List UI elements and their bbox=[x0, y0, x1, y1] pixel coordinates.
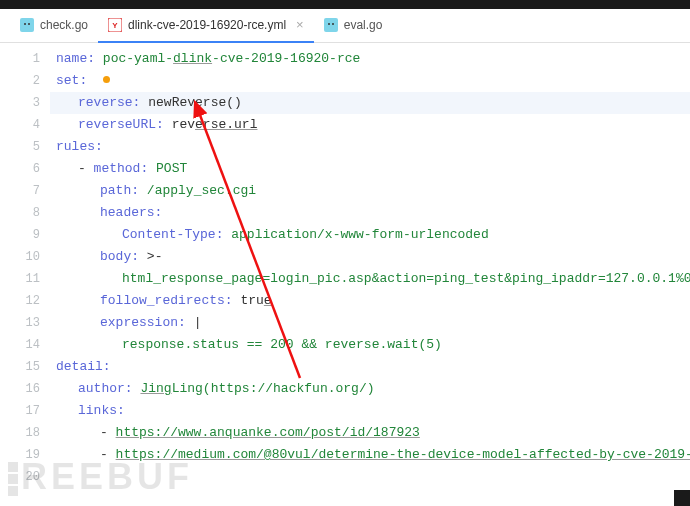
editor[interactable]: 1234567891011121314151617181920 name: po… bbox=[0, 43, 690, 506]
code-line: html_response_page=login_pic.asp&action=… bbox=[50, 268, 690, 290]
svg-point-1 bbox=[24, 23, 26, 25]
code-line: Content-Type: application/x-www-form-url… bbox=[50, 224, 690, 246]
code-line: headers: bbox=[50, 202, 690, 224]
code-line: - method: POST bbox=[50, 158, 690, 180]
svg-point-2 bbox=[28, 23, 30, 25]
code-area[interactable]: name: poc-yaml-dlink-cve-2019-16920-rce … bbox=[50, 43, 690, 506]
code-line: reverseURL: reverse.url bbox=[50, 114, 690, 136]
breakpoint-marker bbox=[103, 76, 110, 83]
code-line: path: /apply_sec.cgi bbox=[50, 180, 690, 202]
svg-rect-0 bbox=[20, 18, 34, 32]
corner-grip bbox=[674, 490, 690, 506]
code-line: expression: | bbox=[50, 312, 690, 334]
tab-label: eval.go bbox=[344, 18, 383, 32]
close-icon[interactable]: × bbox=[296, 17, 304, 32]
code-line: body: >- bbox=[50, 246, 690, 268]
svg-point-7 bbox=[332, 23, 334, 25]
code-line: - https://www.anquanke.com/post/id/18792… bbox=[50, 422, 690, 444]
code-line: name: poc-yaml-dlink-cve-2019-16920-rce bbox=[50, 48, 690, 70]
tab-label: dlink-cve-2019-16920-rce.yml bbox=[128, 18, 286, 32]
tab-eval-go[interactable]: eval.go bbox=[314, 9, 393, 43]
code-line: links: bbox=[50, 400, 690, 422]
code-line: response.status == 200 && reverse.wait(5… bbox=[50, 334, 690, 356]
code-line: follow_redirects: true bbox=[50, 290, 690, 312]
code-line: rules: bbox=[50, 136, 690, 158]
tab-label: check.go bbox=[40, 18, 88, 32]
svg-text:Y: Y bbox=[112, 21, 118, 30]
code-line: set: bbox=[50, 70, 690, 92]
svg-point-6 bbox=[328, 23, 330, 25]
tab-check-go[interactable]: check.go bbox=[10, 9, 98, 43]
svg-rect-5 bbox=[324, 18, 338, 32]
yaml-icon: Y bbox=[108, 18, 122, 32]
code-line: reverse: newReverse() bbox=[50, 92, 690, 114]
tab-dlink-yml[interactable]: Y dlink-cve-2019-16920-rce.yml × bbox=[98, 9, 314, 43]
code-line: author: JingLing(https://hackfun.org/) bbox=[50, 378, 690, 400]
code-line: detail: bbox=[50, 356, 690, 378]
go-icon bbox=[20, 18, 34, 32]
tab-bar: check.go Y dlink-cve-2019-16920-rce.yml … bbox=[0, 9, 690, 43]
line-gutter: 1234567891011121314151617181920 bbox=[0, 43, 50, 506]
watermark: REEBUF bbox=[8, 456, 193, 498]
go-icon bbox=[324, 18, 338, 32]
